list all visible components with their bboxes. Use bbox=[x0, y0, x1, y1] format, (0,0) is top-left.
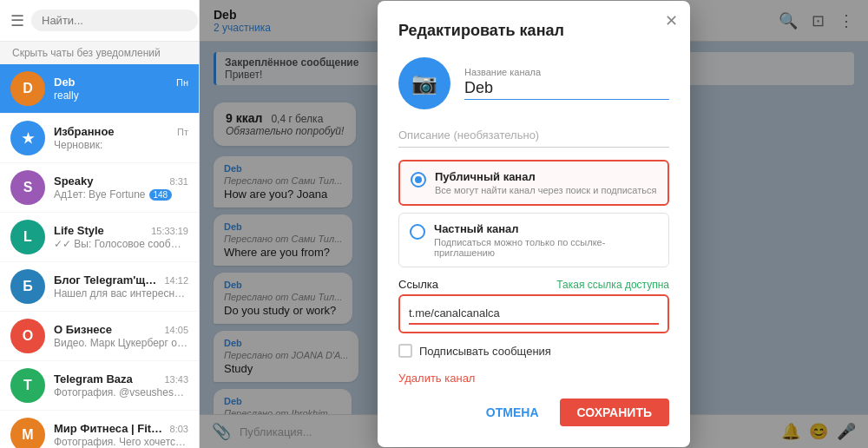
search-input[interactable] bbox=[31, 10, 198, 31]
dialog-channel-info: Название канала Deb bbox=[464, 67, 669, 100]
chat-name: Speaky bbox=[54, 175, 94, 188]
chat-info: Life Style15:33:19✓✓ Вы: Голосовое сообщ… bbox=[54, 224, 188, 250]
link-status: Такая ссылка доступна bbox=[556, 279, 669, 291]
avatar: О bbox=[10, 319, 45, 353]
chat-time: 8:31 bbox=[170, 176, 188, 187]
chat-name: Блог Telegram'щика bbox=[54, 273, 161, 287]
delete-channel-link[interactable]: Удалить канал bbox=[398, 372, 669, 385]
chat-info: ИзбранноеПтЧерновик: bbox=[54, 125, 188, 151]
chat-item[interactable]: TTelegram Baza13:43Фотография. @vseushes… bbox=[0, 361, 199, 411]
chat-name: Мир Фитнеса | FitnessRU bbox=[54, 422, 167, 435]
chat-preview: Ад1ет: Bye Fortune148 bbox=[54, 188, 188, 201]
chat-item[interactable]: ББлог Telegram'щика14:12Нашел для вас ин… bbox=[0, 262, 199, 312]
chat-name: Избранное bbox=[54, 125, 115, 138]
avatar: ★ bbox=[10, 121, 45, 155]
chat-time: 14:05 bbox=[164, 325, 188, 335]
edit-channel-dialog: Редактировать канал ✕ 📷 Название канала … bbox=[378, 1, 690, 447]
avatar: М bbox=[10, 418, 45, 448]
chat-list: DDebПнreally★ИзбранноеПтЧерновик:SSpeaky… bbox=[0, 64, 199, 448]
badge: 148 bbox=[149, 189, 173, 201]
channel-name-label: Название канала bbox=[464, 67, 669, 77]
public-option-desc: Все могут найти канал через поиск и подп… bbox=[435, 185, 656, 195]
chat-preview: Нашел для вас интересный хейс... bbox=[54, 287, 188, 300]
channel-name-value[interactable]: Deb bbox=[464, 79, 669, 100]
avatar: L bbox=[10, 220, 45, 254]
chat-info: О Бизнесе14:05Видео. Марк Цукерберг о ро… bbox=[54, 323, 188, 349]
public-radio bbox=[411, 172, 426, 188]
sidebar-subtitle: Скрыть чаты без уведомлений bbox=[0, 42, 199, 64]
chat-info: Speaky8:31Ад1ет: Bye Fortune148 bbox=[54, 175, 188, 201]
chat-item[interactable]: ММир Фитнеса | FitnessRU8:03Фотография. … bbox=[0, 411, 199, 448]
avatar: D bbox=[10, 71, 45, 106]
edit-channel-overlay: Редактировать канал ✕ 📷 Название канала … bbox=[200, 0, 868, 448]
cancel-button[interactable]: ОТМЕНА bbox=[476, 400, 549, 425]
main-area: Deb 2 участника 🔍 ⊡ ⋮ Закреплённое сообщ… bbox=[200, 0, 868, 448]
chat-name: Life Style bbox=[54, 224, 104, 237]
chat-item[interactable]: ★ИзбранноеПтЧерновик: bbox=[0, 114, 199, 163]
chat-info: Блог Telegram'щика14:12Нашел для вас инт… bbox=[54, 273, 188, 300]
chat-info: Telegram Baza13:43Фотография. @vseushesk… bbox=[54, 372, 188, 399]
link-section-wrapper: Ссылка Такая ссылка доступна bbox=[398, 278, 669, 333]
chat-time: Пн bbox=[176, 77, 188, 88]
public-option-title: Публичный канал bbox=[435, 170, 656, 183]
chat-preview: Видео. Марк Цукерберг о роли... bbox=[54, 337, 188, 349]
avatar[interactable]: 📷 bbox=[398, 57, 450, 109]
description-input[interactable] bbox=[398, 123, 669, 148]
close-icon[interactable]: ✕ bbox=[665, 11, 678, 30]
chat-preview: Фотография. Чего хочется ваше...4 bbox=[54, 436, 188, 448]
chat-preview: really bbox=[54, 89, 188, 102]
private-radio bbox=[410, 224, 425, 240]
chat-time: 15:33:19 bbox=[151, 226, 188, 236]
chat-item[interactable]: SSpeaky8:31Ад1ет: Bye Fortune148 bbox=[0, 163, 199, 213]
avatar: Б bbox=[10, 269, 45, 304]
chat-time: Пт bbox=[177, 127, 188, 137]
public-channel-option[interactable]: Публичный канал Все могут найти канал че… bbox=[398, 160, 669, 206]
chat-item[interactable]: ОО Бизнесе14:05Видео. Марк Цукерберг о р… bbox=[0, 312, 199, 361]
chat-info: Мир Фитнеса | FitnessRU8:03Фотография. Ч… bbox=[54, 422, 188, 448]
private-option-title: Частный канал bbox=[434, 222, 658, 235]
chat-item[interactable]: DDebПнreally bbox=[0, 64, 199, 114]
chat-name: О Бизнесе bbox=[54, 323, 112, 336]
private-option-desc: Подписаться можно только по ссылке-пригл… bbox=[434, 237, 658, 258]
link-label-row: Ссылка Такая ссылка доступна bbox=[398, 278, 669, 291]
chat-name: Telegram Baza bbox=[54, 372, 133, 385]
dialog-actions: ОТМЕНА СОХРАНИТЬ bbox=[398, 399, 669, 426]
avatar: S bbox=[10, 170, 45, 205]
private-option-text: Частный канал Подписаться можно только п… bbox=[434, 222, 658, 258]
public-option-text: Публичный канал Все могут найти канал че… bbox=[435, 170, 656, 195]
chat-info: DebПнreally bbox=[54, 76, 188, 102]
chat-time: 8:03 bbox=[170, 424, 188, 434]
chat-preview: Фотография. @vseusheskazano...49 bbox=[54, 386, 188, 399]
chat-item[interactable]: LLife Style15:33:19✓✓ Вы: Голосовое сооб… bbox=[0, 213, 199, 262]
dialog-avatar-section: 📷 Название канала Deb bbox=[398, 57, 669, 109]
chat-name: Deb bbox=[54, 76, 76, 89]
menu-icon[interactable]: ☰ bbox=[10, 11, 24, 30]
chat-preview: ✓✓ Вы: Голосовое сообщение bbox=[54, 238, 188, 250]
link-label: Ссылка bbox=[398, 278, 438, 291]
link-input[interactable] bbox=[409, 303, 659, 325]
sign-checkbox[interactable] bbox=[398, 344, 412, 358]
chat-preview: Черновик: bbox=[54, 139, 188, 151]
sign-label: Подписывать сообщения bbox=[419, 345, 551, 358]
chat-time: 13:43 bbox=[164, 374, 188, 385]
camera-icon: 📷 bbox=[411, 71, 437, 96]
sign-messages-row: Подписывать сообщения bbox=[398, 344, 669, 358]
sidebar-header: ☰ bbox=[0, 0, 199, 42]
dialog-title: Редактировать канал bbox=[398, 22, 669, 40]
sidebar: ☰ Скрыть чаты без уведомлений DDebПнreal… bbox=[0, 0, 200, 448]
private-channel-option[interactable]: Частный канал Подписаться можно только п… bbox=[398, 213, 669, 267]
chat-time: 14:12 bbox=[164, 275, 188, 286]
save-button[interactable]: СОХРАНИТЬ bbox=[560, 399, 669, 426]
avatar: T bbox=[10, 368, 45, 403]
link-input-box bbox=[398, 294, 669, 333]
